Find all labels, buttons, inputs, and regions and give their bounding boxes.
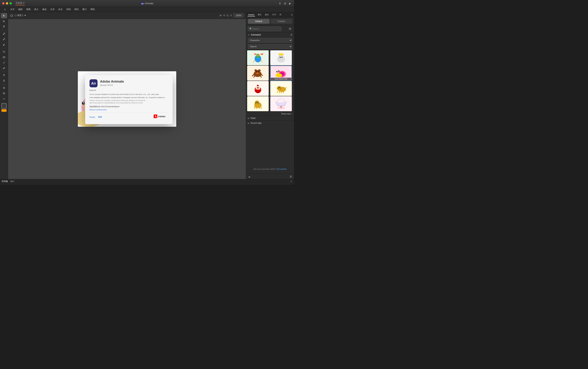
about-link[interactable]: behance.net/Nuymotion (90, 109, 168, 111)
menu-control[interactable]: 控制 (65, 8, 72, 11)
panel-menu-icon[interactable]: ≡ (291, 13, 293, 16)
tool-divider-5 (1, 102, 7, 102)
menu-text[interactable]: 文本 (49, 8, 56, 11)
brush-tool[interactable] (1, 42, 7, 47)
export-btn[interactable]: ⬆ (289, 184, 293, 185)
asset-dog-run[interactable] (270, 81, 292, 96)
add-folder-btn[interactable]: 📁 (6, 184, 10, 185)
fill-color[interactable] (1, 109, 7, 112)
menu-window[interactable]: 窗口 (81, 8, 88, 11)
filter-icon[interactable]: ⊘ (290, 33, 292, 36)
confirm-button[interactable]: 确谢 (98, 116, 102, 118)
get-started-link[interactable]: Get started (276, 168, 286, 170)
grid-icon[interactable]: ⊞ (284, 2, 286, 5)
close-button[interactable] (2, 2, 5, 5)
rewind-btn[interactable]: ⏮ (268, 184, 272, 185)
about-colordb: Color-database derived from Sample Books… (90, 96, 168, 99)
asset-pig[interactable] (270, 96, 292, 111)
svg-line-3 (3, 27, 4, 28)
play-btn[interactable]: ▶ (277, 184, 281, 185)
menu-debug[interactable]: 调试 (73, 8, 80, 11)
frame-input[interactable] (51, 184, 56, 185)
add-graph-btn[interactable]: 📊 (27, 184, 31, 185)
eyedropper-tool[interactable] (1, 66, 7, 71)
delete-layer-btn[interactable]: 🗑 (11, 184, 15, 185)
asset-santa[interactable] (247, 81, 269, 96)
animated-section-header[interactable]: ▼ Animated ⊘ (246, 32, 294, 37)
custom-tab-button[interactable]: Custom (271, 19, 292, 24)
fps-input[interactable] (39, 184, 46, 185)
pen-tool[interactable] (1, 31, 7, 36)
svg-point-5 (3, 45, 4, 46)
snail-pink-label: Snail Squish Pink (271, 78, 292, 80)
tab-library[interactable]: 库 (279, 13, 282, 16)
cloud-icon[interactable]: ☁ (248, 175, 250, 178)
select-tool[interactable] (1, 13, 7, 18)
menu-view[interactable]: 视图 (25, 8, 32, 11)
show-next-row[interactable]: Show next ↓ (246, 112, 294, 116)
pause-button[interactable]: Pause (90, 116, 95, 118)
scene-selector[interactable]: ⬡ 场景 1 ▼ (15, 14, 26, 17)
output-tab[interactable]: 输出 (10, 180, 14, 183)
add-motion-btn[interactable]: ⊞ (22, 184, 26, 185)
static-section[interactable]: ▶ Static (246, 116, 294, 121)
asset-crown-cat[interactable] (270, 50, 292, 65)
timeline-close-btn[interactable]: ✕ (290, 180, 292, 183)
asset-bear[interactable] (247, 66, 269, 81)
characters-select[interactable]: Characters (248, 38, 292, 43)
tab-color[interactable]: 颜色 (264, 13, 270, 16)
paint-bucket-tool[interactable] (1, 78, 7, 83)
tab-properties[interactable]: 属性 (257, 13, 262, 16)
zoom-input[interactable] (233, 13, 244, 18)
asset-dog-yellow[interactable] (247, 96, 269, 111)
transform-icon[interactable]: ⟲ (223, 14, 225, 17)
document-tab[interactable]: 无标题-1* (15, 1, 25, 5)
step-back-btn[interactable]: ◀ (273, 184, 277, 185)
tab-assets[interactable]: Assets (248, 13, 255, 16)
tab-align[interactable]: 对齐 (271, 13, 277, 16)
pencil-tool[interactable] (1, 37, 7, 42)
text-tool[interactable]: T (1, 73, 7, 78)
loop-btn[interactable]: 🔄 (263, 184, 267, 185)
lasso-tool[interactable] (1, 24, 7, 29)
minimize-button[interactable] (6, 2, 8, 5)
timeline-tab[interactable]: 时间轴 (2, 180, 8, 183)
resize-icon[interactable]: ⇕ (230, 14, 232, 17)
asset-parrot[interactable] (247, 50, 269, 65)
asset-snail-pink[interactable]: Snail Squish Pink ✕ (270, 66, 292, 81)
add-camera-btn[interactable]: 🎥 (17, 184, 21, 185)
default-tab-button[interactable]: Default (248, 19, 270, 24)
left-toolbar: T ••• (0, 12, 8, 179)
subselect-tool[interactable] (1, 19, 7, 24)
hand-tool[interactable] (1, 85, 7, 91)
zoom-tool[interactable] (1, 91, 7, 96)
crosshair-icon[interactable]: ⊕ (220, 14, 222, 17)
asset-close-icon[interactable]: ✕ (289, 67, 291, 70)
maximize-button[interactable] (10, 2, 12, 5)
ink-bucket-tool[interactable] (1, 49, 7, 54)
menu-commands[interactable]: 命令 (57, 8, 64, 11)
sound-clips-section[interactable]: ▶ Sound clips (246, 121, 294, 125)
list-view-button[interactable] (288, 27, 292, 31)
add-layer-btn[interactable]: + (1, 184, 5, 185)
step-forward-btn[interactable]: ▶ (282, 184, 286, 185)
search-input[interactable] (248, 26, 281, 31)
play-icon[interactable]: ▶ (289, 2, 291, 5)
share-icon[interactable]: ⬆ (279, 2, 281, 5)
hamburger-menu[interactable]: ≡ (2, 7, 8, 12)
line-tool[interactable] (1, 60, 7, 65)
menu-file[interactable]: 文件 (9, 8, 16, 11)
trash-icon[interactable]: 🗑 (290, 175, 292, 178)
menu-edit[interactable]: 编辑 (17, 8, 24, 11)
more-tools[interactable]: ••• (1, 96, 7, 101)
svg-text:Adobe: Adobe (158, 115, 165, 118)
stroke-color[interactable] (1, 103, 7, 108)
menu-modify[interactable]: 修改 (41, 8, 48, 11)
menu-help[interactable]: 帮助 (89, 8, 96, 11)
menu-insert[interactable]: 插入 (33, 8, 40, 11)
fit-icon[interactable]: ⊡ (227, 14, 229, 17)
onion-skin-btn[interactable]: ◑ (33, 184, 37, 185)
objects-select[interactable]: Objects (248, 44, 292, 49)
rectangle-tool[interactable] (1, 55, 7, 60)
svg-point-91 (281, 107, 282, 107)
